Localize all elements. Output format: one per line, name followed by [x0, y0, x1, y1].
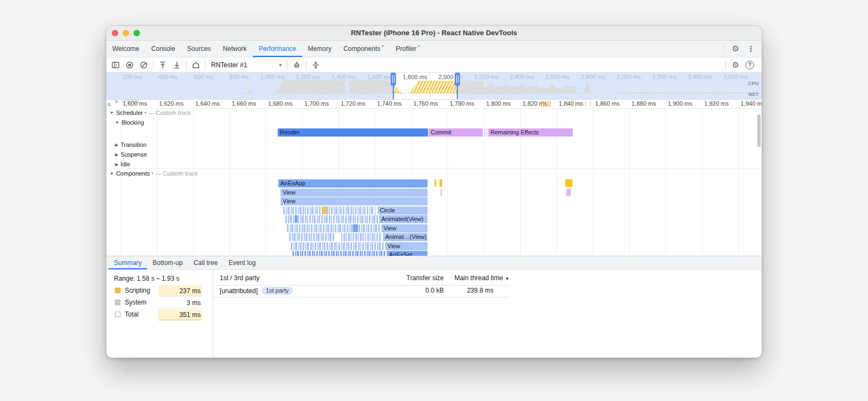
component-render-sliver[interactable] [350, 242, 352, 250]
component-render-sliver[interactable] [368, 251, 371, 256]
component-render-sliver[interactable] [326, 251, 327, 256]
component-render-sliver[interactable] [313, 233, 315, 241]
component-render-sliver[interactable] [355, 242, 357, 250]
track-header-components[interactable]: ▼Components* — Custom track [110, 170, 198, 177]
record-icon[interactable] [123, 59, 137, 72]
component-render-sliver[interactable] [302, 215, 304, 223]
component-render-sliver[interactable] [288, 206, 290, 215]
component-render-sliver[interactable] [328, 251, 330, 256]
load-profile-icon[interactable] [156, 59, 170, 72]
component-render-sliver[interactable] [315, 242, 316, 250]
component-render-sliver[interactable] [327, 242, 328, 250]
component-render-sliver[interactable] [286, 206, 287, 215]
component-render-sliver[interactable] [290, 224, 291, 232]
component-render-sliver[interactable] [373, 215, 375, 223]
bottom-tab-summary[interactable]: Summary [108, 256, 147, 269]
component-render-sliver[interactable] [360, 215, 361, 223]
main-thread-time-column-header[interactable]: Main thread time▼ [446, 274, 509, 282]
component-render-sliver[interactable] [349, 215, 352, 223]
collect-garbage-icon[interactable] [290, 59, 304, 72]
component-render-sliver[interactable] [295, 224, 296, 232]
component-render-sliver[interactable] [317, 215, 318, 223]
component-bar-animat-view[interactable]: Animat…(View) [383, 233, 427, 241]
component-render-sliver[interactable] [333, 233, 334, 241]
clear-icon[interactable] [137, 59, 151, 72]
component-render-sliver[interactable] [346, 242, 347, 250]
component-render-sliver[interactable] [293, 233, 296, 241]
component-render-sliver[interactable] [347, 224, 348, 232]
component-render-sliver[interactable] [371, 224, 372, 232]
component-render-sliver[interactable] [307, 242, 309, 250]
capture-settings-icon[interactable]: ⚙ [729, 59, 742, 72]
component-render-sliver[interactable] [300, 242, 302, 250]
component-render-sliver[interactable] [376, 233, 378, 241]
highlight-mark[interactable] [565, 179, 572, 187]
component-render-sliver[interactable] [340, 251, 342, 256]
component-render-sliver[interactable] [344, 251, 347, 256]
component-render-sliver[interactable] [347, 206, 349, 215]
component-render-sliver[interactable] [297, 251, 299, 256]
bottom-tab-bottom-up[interactable]: Bottom-up [147, 256, 188, 269]
component-render-sliver[interactable] [283, 206, 285, 215]
component-render-sliver[interactable] [372, 233, 374, 241]
tab-network[interactable]: Network [217, 41, 253, 57]
component-render-sliver[interactable] [369, 206, 371, 215]
component-render-sliver[interactable] [307, 224, 308, 232]
component-render-sliver[interactable] [369, 233, 371, 241]
target-selector-dropdown[interactable]: RNTester #1 ▾ [208, 61, 285, 69]
component-render-sliver[interactable] [336, 215, 337, 223]
component-render-sliver[interactable] [289, 233, 291, 241]
component-render-sliver[interactable] [367, 242, 369, 250]
component-render-sliver[interactable] [315, 206, 316, 215]
component-render-sliver[interactable] [334, 242, 336, 250]
component-render-sliver[interactable] [360, 242, 361, 250]
component-render-sliver[interactable] [352, 251, 354, 256]
component-render-sliver[interactable] [379, 233, 381, 241]
highlight-mark[interactable] [435, 179, 436, 187]
tab-profiler[interactable]: Profiler* [390, 41, 426, 57]
component-render-sliver[interactable] [345, 215, 347, 223]
selection-handle-left[interactable] [391, 73, 396, 99]
component-render-sliver[interactable] [312, 242, 314, 250]
component-render-sliver[interactable] [324, 215, 325, 223]
component-render-sliver[interactable] [366, 215, 368, 223]
component-render-sliver[interactable] [339, 224, 341, 232]
scheduler-event-bar-remaining-effects[interactable]: Remaining Effects [488, 128, 573, 137]
component-render-sliver[interactable] [339, 206, 340, 215]
component-render-sliver[interactable] [375, 224, 377, 232]
component-render-sliver[interactable] [355, 251, 356, 256]
component-render-sliver[interactable] [292, 233, 293, 241]
component-render-sliver[interactable] [311, 224, 312, 232]
component-render-sliver[interactable] [298, 206, 299, 215]
component-render-sliver[interactable] [382, 242, 384, 250]
component-render-sliver[interactable] [362, 242, 364, 250]
component-render-sliver[interactable] [307, 215, 308, 223]
component-render-sliver[interactable] [292, 251, 294, 256]
save-profile-icon[interactable] [170, 59, 184, 72]
tab-memory[interactable]: Memory [302, 41, 337, 57]
component-render-sliver[interactable] [315, 224, 317, 232]
component-render-sliver[interactable] [329, 206, 330, 215]
component-render-sliver[interactable] [325, 233, 327, 241]
component-render-sliver[interactable] [324, 251, 325, 256]
timeline-flame-chart[interactable]: ▶ Timingss1,600 ms1,620 ms1,640 ms1,660 … [106, 100, 762, 256]
component-render-sliver[interactable] [297, 215, 299, 223]
component-render-sliver[interactable] [319, 251, 320, 256]
component-render-sliver[interactable] [379, 251, 380, 256]
component-render-sliver[interactable] [327, 224, 329, 232]
component-render-sliver[interactable] [362, 233, 364, 241]
component-render-sliver[interactable] [361, 215, 363, 223]
component-render-sliver[interactable] [346, 233, 347, 241]
component-render-sliver[interactable] [298, 233, 300, 241]
component-render-sliver[interactable] [303, 242, 304, 250]
handle-grip[interactable] [391, 73, 396, 86]
component-render-sliver[interactable] [339, 242, 340, 250]
component-render-sliver[interactable] [362, 206, 363, 215]
scheduler-event-bar-effect[interactable] [484, 128, 488, 137]
handle-grip[interactable] [455, 73, 460, 86]
component-render-sliver[interactable] [348, 251, 349, 256]
component-render-sliver[interactable] [311, 233, 312, 241]
component-render-sliver[interactable] [364, 206, 366, 215]
component-render-sliver[interactable] [305, 215, 307, 223]
component-render-sliver[interactable] [301, 233, 303, 241]
